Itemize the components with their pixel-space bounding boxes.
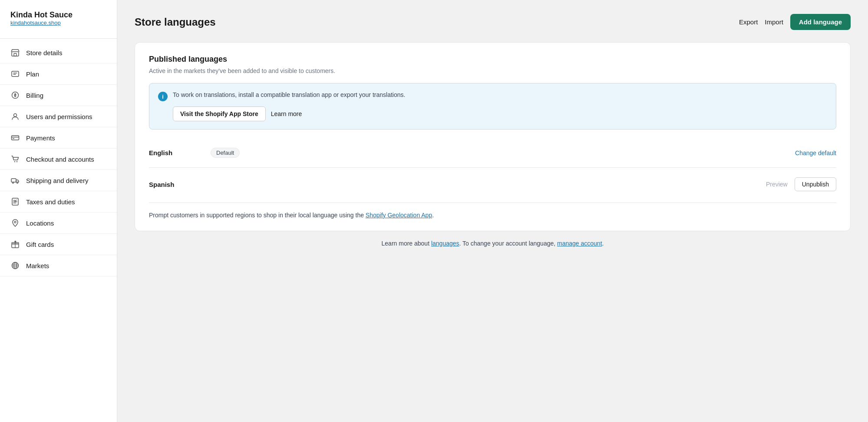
info-box-top: i To work on translations, install a com… <box>158 91 827 101</box>
languages-link[interactable]: languages <box>431 240 459 247</box>
language-row-english: English Default Change default <box>149 140 836 166</box>
info-icon: i <box>158 92 168 101</box>
sidebar-item-label: Taxes and duties <box>26 198 75 206</box>
svg-point-10 <box>13 182 14 183</box>
page-header: Store languages Export Import Add langua… <box>135 14 851 30</box>
language-actions-english: Change default <box>795 150 836 156</box>
sidebar-item-shipping-delivery[interactable]: Shipping and delivery <box>0 170 117 191</box>
sidebar-item-label: Plan <box>26 70 39 78</box>
sidebar-item-checkout-accounts[interactable]: Checkout and accounts <box>0 149 117 170</box>
brand-url[interactable]: kindahotsauce.shop <box>10 20 106 26</box>
info-text: To work on translations, install a compa… <box>173 91 405 98</box>
export-button[interactable]: Export <box>739 18 758 26</box>
preview-button[interactable]: Preview <box>766 181 788 188</box>
sidebar: Kinda Hot Sauce kindahotsauce.shop Store… <box>0 0 117 422</box>
taxes-icon <box>10 197 20 206</box>
sidebar-item-label: Store details <box>26 49 62 56</box>
info-box: i To work on translations, install a com… <box>149 83 836 130</box>
user-icon <box>10 112 20 121</box>
billing-icon <box>10 90 20 100</box>
learn-more-button[interactable]: Learn more <box>271 110 302 117</box>
gift-icon <box>10 239 20 249</box>
svg-rect-6 <box>13 138 14 139</box>
language-row-spanish: Spanish Preview Unpublish <box>149 169 836 199</box>
brand: Kinda Hot Sauce kindahotsauce.shop <box>0 10 117 38</box>
sidebar-item-label: Checkout and accounts <box>26 156 94 163</box>
svg-point-13 <box>14 221 16 223</box>
svg-rect-0 <box>12 52 19 56</box>
svg-point-7 <box>14 161 15 162</box>
sidebar-item-payments[interactable]: Payments <box>0 127 117 149</box>
sidebar-item-users-permissions[interactable]: Users and permissions <box>0 106 117 127</box>
geolocation-app-link[interactable]: Shopify Geolocation App <box>366 212 432 219</box>
sidebar-item-locations[interactable]: Locations <box>0 213 117 234</box>
sidebar-item-plan[interactable]: Plan <box>0 63 117 85</box>
sidebar-item-billing[interactable]: Billing <box>0 85 117 106</box>
lang-divider <box>149 167 836 168</box>
checkout-icon <box>10 154 20 164</box>
bottom-note: Learn more about languages. To change yo… <box>135 240 851 247</box>
language-name-english: English <box>149 149 205 156</box>
svg-point-11 <box>17 182 18 183</box>
sidebar-item-store-details[interactable]: Store details <box>0 42 117 63</box>
sidebar-item-label: Locations <box>26 219 54 227</box>
page-title: Store languages <box>135 16 216 28</box>
import-button[interactable]: Import <box>765 18 783 26</box>
sidebar-item-label: Users and permissions <box>26 113 92 120</box>
card-subtitle: Active in the markets they've been added… <box>149 67 836 74</box>
add-language-button[interactable]: Add language <box>790 14 851 30</box>
svg-point-8 <box>17 161 17 162</box>
svg-rect-9 <box>11 179 16 182</box>
unpublish-button[interactable]: Unpublish <box>795 177 836 191</box>
location-icon <box>10 218 20 228</box>
main-content: Store languages Export Import Add langua… <box>117 0 868 422</box>
sidebar-item-markets[interactable]: Markets <box>0 255 117 276</box>
sidebar-item-label: Shipping and delivery <box>26 177 88 184</box>
language-badge-english: Default <box>211 148 240 158</box>
payments-icon <box>10 133 20 143</box>
header-actions: Export Import Add language <box>739 14 851 30</box>
svg-rect-2 <box>12 71 19 76</box>
card-title: Published languages <box>149 55 836 64</box>
sidebar-item-label: Billing <box>26 92 43 99</box>
sidebar-item-label: Payments <box>26 134 55 142</box>
brand-name: Kinda Hot Sauce <box>10 10 106 20</box>
sidebar-item-gift-cards[interactable]: Gift cards <box>0 234 117 255</box>
sidebar-item-label: Gift cards <box>26 241 54 248</box>
language-name-spanish: Spanish <box>149 181 205 188</box>
change-default-button[interactable]: Change default <box>795 150 836 156</box>
sidebar-item-taxes-duties[interactable]: Taxes and duties <box>0 191 117 213</box>
shipping-icon <box>10 176 20 185</box>
published-languages-card: Published languages Active in the market… <box>135 42 851 231</box>
store-icon <box>10 48 20 57</box>
language-actions-spanish: Preview Unpublish <box>766 177 836 191</box>
info-box-actions: Visit the Shopify App Store Learn more <box>158 106 827 121</box>
manage-account-link[interactable]: manage account <box>557 240 602 247</box>
svg-rect-1 <box>14 53 17 56</box>
plan-icon <box>10 69 20 79</box>
svg-point-4 <box>14 114 17 117</box>
footer-text: Prompt customers in supported regions to… <box>149 203 836 219</box>
sidebar-divider <box>0 38 117 39</box>
sidebar-item-label: Markets <box>26 262 49 269</box>
markets-icon <box>10 261 20 270</box>
visit-app-store-button[interactable]: Visit the Shopify App Store <box>173 106 266 121</box>
svg-rect-5 <box>12 136 19 140</box>
